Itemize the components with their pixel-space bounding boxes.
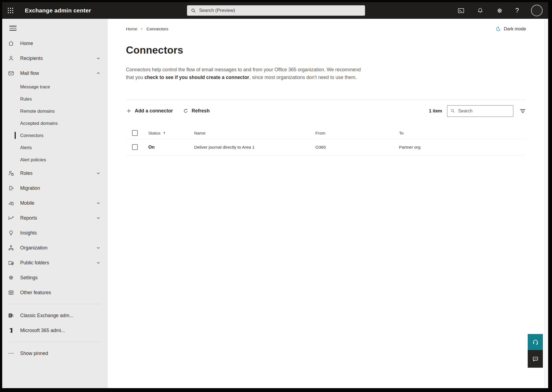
sidebar-item-insights[interactable]: Insights	[2, 225, 108, 240]
filter-button[interactable]	[519, 108, 526, 114]
column-header-label: Status	[148, 131, 160, 136]
dark-mode-toggle[interactable]: Dark mode	[495, 26, 526, 32]
refresh-icon	[183, 108, 189, 114]
sidebar-item-mobile[interactable]: Mobile	[2, 196, 108, 211]
sidebar-item-settings[interactable]: Settings	[2, 270, 108, 285]
sidebar-item-mail-flow[interactable]: Mail flow	[2, 66, 108, 81]
list-search-box[interactable]	[447, 105, 513, 117]
sidebar-item-recipients[interactable]: Recipients	[2, 51, 108, 66]
terminal-icon	[458, 7, 464, 14]
sidebar-item-label: Message trace	[20, 84, 50, 90]
sidebar-item-classic-exchange[interactable]: Classic Exchange adm...	[2, 308, 108, 323]
column-header-label: From	[315, 131, 325, 136]
sidebar-item-accepted-domains[interactable]: Accepted domains	[2, 117, 108, 129]
column-header-to[interactable]: To	[399, 131, 526, 136]
global-search-box[interactable]	[187, 5, 365, 16]
row-checkbox[interactable]	[132, 144, 138, 150]
sidebar-item-label: Insights	[20, 230, 37, 236]
item-count: 1 item	[429, 108, 442, 114]
main-content: Home Connectors Dark mode Connectors	[108, 19, 545, 388]
cell-to: Partner org	[399, 145, 526, 150]
chevron-down-icon	[96, 216, 101, 220]
sidebar-item-label: Rules	[20, 96, 32, 102]
sidebar-item-label: Accepted domains	[20, 121, 58, 126]
search-icon	[450, 109, 455, 113]
notifications-button[interactable]	[477, 7, 484, 14]
sidebar-item-public-folders[interactable]: Public folders	[2, 255, 108, 270]
sidebar-item-label: Roles	[20, 170, 33, 176]
sidebar-divider	[8, 342, 101, 342]
floating-buttons	[528, 334, 543, 368]
sidebar-collapse-button[interactable]	[9, 25, 18, 31]
search-icon	[191, 8, 196, 13]
column-header-status[interactable]: Status	[148, 131, 194, 136]
feedback-icon	[532, 355, 539, 362]
window: Exchange admin center	[0, 0, 552, 392]
dark-mode-label: Dark mode	[504, 26, 526, 31]
office-icon	[8, 327, 14, 334]
sidebar-item-migration[interactable]: Migration	[2, 181, 108, 196]
breadcrumb-home-link[interactable]: Home	[126, 27, 137, 31]
cell-name[interactable]: Deliver journal directly to Area 1	[194, 145, 315, 150]
vertical-scrollbar[interactable]	[545, 19, 548, 388]
chevron-down-icon	[96, 201, 101, 205]
list-toolbar: Add a connector Refresh 1 item	[126, 99, 526, 122]
add-connector-label: Add a connector	[135, 108, 173, 114]
sidebar-item-alerts[interactable]: Alerts	[2, 141, 108, 154]
powershell-button[interactable]	[457, 7, 464, 14]
sidebar-item-label: Connectors	[20, 133, 43, 138]
sidebar-item-microsoft-365-admin[interactable]: Microsoft 365 admi...	[2, 323, 108, 338]
list-search-input[interactable]	[458, 108, 510, 114]
cell-status: On	[148, 144, 194, 150]
sidebar-item-label: Remote domains	[20, 109, 55, 114]
column-header-name[interactable]: Name	[194, 131, 315, 136]
gear-icon	[8, 274, 14, 281]
settings-button[interactable]	[496, 7, 503, 14]
sidebar-item-reports[interactable]: Reports	[2, 211, 108, 225]
sidebar-item-label: Migration	[20, 185, 40, 191]
home-icon	[8, 40, 14, 47]
connectors-table: Status Name From To On Deliver journal d…	[126, 127, 526, 155]
chevron-down-icon	[96, 171, 101, 175]
chevron-down-icon	[96, 261, 101, 265]
column-header-label: Name	[194, 131, 205, 136]
table-icon	[8, 289, 14, 296]
sidebar-item-connectors[interactable]: Connectors	[2, 129, 108, 141]
help-button[interactable]: ?	[515, 7, 519, 14]
sidebar-item-other-features[interactable]: Other features	[2, 285, 108, 300]
sidebar-item-label: Microsoft 365 admi...	[20, 328, 65, 333]
sidebar-item-remote-domains[interactable]: Remote domains	[2, 105, 108, 117]
sidebar-item-label: Alert policies	[20, 157, 46, 162]
global-search-input[interactable]	[199, 8, 361, 13]
sidebar-item-home[interactable]: Home	[2, 36, 108, 51]
plus-icon	[126, 108, 132, 114]
app-launcher-button[interactable]	[2, 2, 19, 19]
help-icon: ?	[515, 7, 519, 14]
column-header-from[interactable]: From	[315, 131, 399, 136]
sidebar-item-label: Organization	[20, 245, 47, 251]
description-text: , since most organizations don't need to…	[249, 75, 357, 80]
bell-icon	[477, 7, 484, 14]
sidebar-item-rules[interactable]: Rules	[2, 93, 108, 105]
description-link[interactable]: check to see if you should create a conn…	[144, 75, 249, 80]
sidebar-item-alert-policies[interactable]: Alert policies	[2, 154, 108, 166]
add-connector-button[interactable]: Add a connector	[126, 108, 173, 114]
sidebar-item-roles[interactable]: Roles	[2, 166, 108, 181]
sidebar-item-label: Public folders	[20, 260, 49, 266]
help-support-button[interactable]	[528, 334, 543, 350]
chevron-down-icon	[96, 246, 101, 250]
account-avatar[interactable]	[531, 5, 543, 16]
sidebar-item-message-trace[interactable]: Message trace	[2, 81, 108, 93]
sidebar-item-show-pinned[interactable]: Show pinned	[2, 346, 108, 361]
refresh-label: Refresh	[192, 108, 210, 114]
refresh-button[interactable]: Refresh	[183, 108, 210, 114]
sidebar-item-label: Recipients	[20, 56, 43, 61]
feedback-button[interactable]	[528, 350, 543, 368]
select-all-checkbox[interactable]	[132, 130, 138, 136]
moon-icon	[495, 26, 501, 32]
app-title: Exchange admin center	[25, 7, 91, 14]
table-row[interactable]: On Deliver journal directly to Area 1 O3…	[126, 139, 526, 155]
sidebar-item-organization[interactable]: Organization	[2, 240, 108, 255]
chevron-up-icon	[96, 71, 101, 75]
topbar: Exchange admin center	[2, 2, 548, 19]
